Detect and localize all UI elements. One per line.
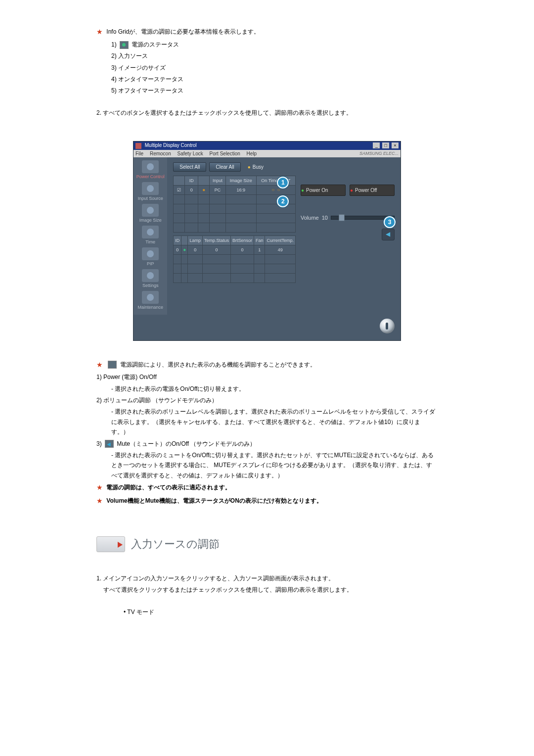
col-image-size: Image Size [225, 176, 256, 185]
refresh-icon[interactable] [380, 319, 395, 333]
status-dot-icon: ● [202, 187, 205, 192]
callout-marker-2: 2 [277, 195, 289, 207]
volume-label: Volume [301, 215, 319, 221]
desc2-body: - 選択された表示のボリュームレベルを調節します。選択された表示のボリュームレベ… [96, 407, 438, 437]
table-row[interactable] [174, 213, 296, 223]
mute-button[interactable] [382, 229, 395, 240]
menu-port-selection[interactable]: Port Selection [210, 151, 240, 156]
cell-lamp: 0 [188, 245, 203, 254]
cell-id: 0 [174, 245, 181, 254]
sidebar-item-settings[interactable]: Settings [135, 269, 165, 288]
table-row[interactable] [174, 264, 296, 273]
cell-brt: 0 [230, 245, 254, 254]
list-item: イメージのサイズ [118, 64, 166, 71]
star-icon: ★ [96, 495, 103, 507]
desc3-body: - 選択された表示のミュートをOn/Offに切り替えます。選択されたセットが、す… [96, 450, 438, 480]
power-control-thumb-icon [108, 361, 117, 369]
input-source-heading-icon [96, 536, 125, 552]
note1: 電源の調節は、すべての表示に適応されます。 [106, 484, 231, 491]
col-status [198, 176, 210, 185]
col-id: ID [174, 236, 181, 245]
col-id: ID [185, 176, 198, 185]
col-status [181, 236, 188, 245]
footer [134, 315, 400, 340]
cell-current-temp: 49 [265, 245, 296, 254]
sidebar-item-label: Power Control [136, 174, 165, 179]
clear-all-button[interactable]: Clear All [209, 162, 240, 172]
sidebar-item-time[interactable]: Time [135, 226, 165, 244]
select-all-button[interactable]: Select All [173, 162, 206, 172]
desc1-title: 1) Power (電源) On/Off [96, 372, 438, 382]
cell-fan: 1 [254, 245, 265, 254]
list-num: 1) [111, 41, 118, 48]
volume-value: 10 [322, 215, 328, 221]
pip-icon [142, 247, 159, 260]
power-on-button[interactable]: Power On [301, 185, 346, 196]
star-icon: ★ [96, 482, 103, 494]
section-heading: 入力ソースの調節 [96, 536, 438, 552]
app-icon [135, 143, 141, 149]
sidebar-item-label: Input Source [138, 196, 163, 201]
step-2-text: 2. すべてのボタンを選択するまたはチェックボックスを使用して、調節用の表示を選… [96, 108, 438, 118]
sidebar-item-label: Settings [142, 283, 159, 288]
input-section-p2: すべて選択をクリックするまたはチェックボックスを使用して、調節用の表示を選択しま… [96, 585, 438, 595]
sidebar-item-pip[interactable]: PIP [135, 247, 165, 266]
timer-dot-icon: ○ [271, 187, 274, 192]
list-num: 5) [111, 87, 118, 94]
menu-remocon[interactable]: Remocon [150, 151, 171, 156]
sidebar-item-power-control[interactable]: Power Control [135, 160, 165, 179]
list-item: 電源のステータス [132, 41, 179, 48]
list-num: 2) [111, 52, 118, 59]
table-row[interactable] [174, 223, 296, 232]
list-item: オフタイマーステータス [118, 87, 183, 94]
list-num: 3) [111, 64, 118, 71]
brand-label: SAMSUNG ELEC... [359, 151, 399, 156]
status-dot-icon: ● [183, 247, 186, 252]
sidebar-item-input-source[interactable]: Input Source [135, 182, 165, 201]
table-row[interactable] [174, 254, 296, 264]
row-checkbox[interactable]: ☑ [177, 188, 181, 192]
cell-temp-status: 0 [202, 245, 230, 254]
desc1-body: - 選択された表示の電源をOn/Offに切り替えます。 [96, 384, 438, 394]
maximize-button[interactable]: □ [382, 142, 389, 148]
titlebar: Multiple Display Control _ □ × [134, 142, 400, 149]
window-title: Multiple Display Control [145, 142, 197, 148]
menu-file[interactable]: File [135, 151, 143, 156]
table-row[interactable]: 0 ● 0 0 0 1 49 [174, 245, 296, 254]
menu-help[interactable]: Help [247, 151, 257, 156]
desc2-title: 2) ボリュームの調節 （サウンドモデルのみ） [96, 395, 438, 405]
table-row[interactable]: ☑ 0 ● PC 16:9 ○ ○ [174, 185, 296, 194]
toolbar: Select All Clear All Busy [173, 162, 395, 172]
callout-marker-1: 1 [277, 177, 289, 189]
close-button[interactable]: × [392, 142, 399, 148]
star-icon: ★ [96, 26, 103, 38]
cell-image-size: 16:9 [225, 185, 256, 194]
note2: Volume機能とMute機能は、電源ステータスがONの表示にだけ有効となります… [106, 497, 322, 504]
sidebar-item-label: PIP [147, 261, 154, 266]
power-control-icon [142, 160, 159, 173]
minimize-button[interactable]: _ [373, 142, 380, 148]
col-check [174, 176, 185, 185]
power-status-icon [120, 41, 129, 49]
col-temp-status: Temp.Status [202, 236, 230, 245]
menu-safety-lock[interactable]: Safety Lock [178, 151, 203, 156]
section-heading-text: 入力ソースの調節 [131, 537, 220, 552]
desc-intro: 電源調節により、選択された表示のある機能を調節することができます。 [120, 361, 316, 368]
sidebar: Power Control Input Source Image Size Ti… [134, 157, 167, 315]
sidebar-item-image-size[interactable]: Image Size [135, 204, 165, 223]
image-size-icon [142, 204, 159, 217]
info-grid-prefix: Info Grid [106, 28, 129, 35]
list-num: 4) [111, 76, 118, 83]
input-source-icon [142, 182, 159, 195]
col-timer: On Timer Off T [256, 176, 295, 185]
input-section-bullet: • TV モード [96, 607, 438, 617]
callout-marker-3: 3 [384, 216, 396, 228]
col-input: Input [210, 176, 225, 185]
desc3-num: 3) [96, 440, 103, 447]
sidebar-item-maintenance[interactable]: Maintenance [135, 291, 165, 310]
table-row[interactable] [174, 204, 296, 213]
menubar: File Remocon Safety Lock Port Selection … [134, 150, 400, 157]
cell-input: PC [210, 185, 225, 194]
power-off-button[interactable]: Power Off [350, 185, 395, 196]
table-row[interactable] [174, 273, 296, 283]
